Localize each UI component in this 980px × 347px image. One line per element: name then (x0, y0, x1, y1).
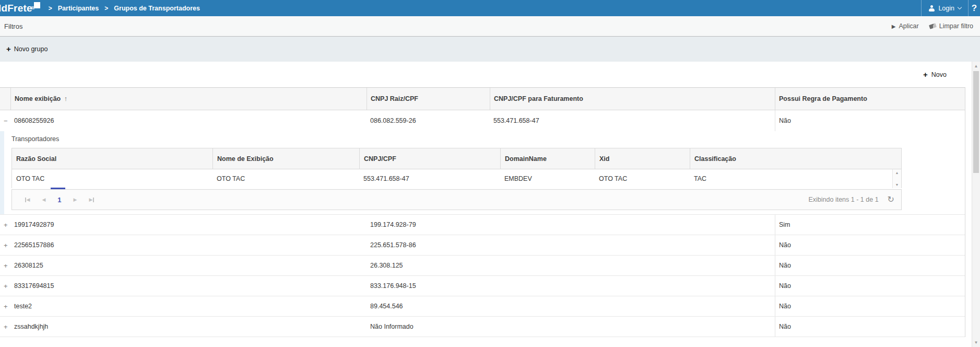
app-logo[interactable]: ldFrete (0, 1, 40, 16)
expander-column-header (0, 88, 10, 110)
cell-cnpj-raiz: Não Informado (367, 317, 490, 337)
subcolumn-domainname[interactable]: DomainName (500, 148, 595, 169)
play-icon: ▶ (892, 24, 896, 29)
row-detail-panel: Transportadores Razão Social Nome de Exi… (0, 131, 965, 215)
subgrid-scrollbar[interactable]: ▲ ▼ (892, 169, 901, 188)
subcell-cnpj-cpf: 553.471.658-47 (359, 169, 500, 188)
detail-left-strip (0, 131, 4, 214)
new-group-button[interactable]: + Novo grupo (6, 45, 48, 53)
cell-cnpj-raiz: 086.082.559-26 (367, 110, 490, 131)
cell-nome: 22565157886 (10, 235, 367, 255)
cell-possui-regra: Não (775, 317, 965, 337)
new-group-label: Novo grupo (14, 45, 48, 53)
help-button[interactable]: ? (969, 0, 980, 16)
filter-actions: ▶ Aplicar Limpar filtro (892, 22, 973, 30)
subcell-nome-exibicao: OTO TAC (212, 169, 359, 188)
cell-nome: 83317694815 (10, 276, 367, 296)
table-row[interactable]: − 08608255926 086.082.559-26 553.471.658… (0, 110, 965, 131)
expand-row-icon[interactable]: + (0, 256, 10, 275)
expand-row-icon[interactable]: + (0, 296, 10, 316)
next-page-button[interactable]: ▶ (74, 197, 77, 202)
table-row[interactable]: + 83317694815 833.176.948-15 Não (0, 276, 965, 296)
cell-cnpj-faturamento: 553.471.658-47 (490, 110, 775, 131)
filters-title: Filtros (4, 22, 22, 30)
chevron-down-icon (958, 5, 962, 9)
new-button[interactable]: + Novo (923, 71, 947, 78)
cell-possui-regra: Não (775, 256, 965, 275)
table-row[interactable]: + 19917492879 199.174.928-79 Sim (0, 215, 965, 235)
page-scrollbar[interactable]: ▲ ▼ (972, 62, 980, 347)
subcolumn-razao-social[interactable]: Razão Social (12, 148, 212, 169)
subcell-classificacao: TAC (690, 169, 893, 188)
expand-row-icon[interactable]: + (0, 317, 10, 337)
column-header-cnpj-faturamento[interactable]: CNPJ/CPF para Faturamento (490, 88, 775, 110)
breadcrumb-item-participantes[interactable]: Participantes (58, 5, 99, 12)
expand-row-icon[interactable]: + (0, 276, 10, 296)
clear-filter-label: Limpar filtro (939, 22, 973, 30)
subcolumn-cnpj-cpf[interactable]: CNPJ/CPF (359, 148, 500, 169)
scrollbar-down-icon[interactable]: ▼ (972, 340, 980, 345)
cell-cnpj-raiz: 199.174.928-79 (367, 215, 490, 235)
cell-cnpj-faturamento (490, 256, 775, 275)
last-page-arrow-icon: ▶ (89, 197, 93, 202)
apply-filter-button[interactable]: ▶ Aplicar (892, 22, 919, 30)
cell-cnpj-faturamento (490, 235, 775, 255)
column-header-nome-exibicao[interactable]: Nome exibição ↑ (10, 88, 367, 110)
cell-nome: 08608255926 (10, 110, 367, 131)
collapse-row-icon[interactable]: − (0, 110, 10, 131)
grid-toolbar: + Novo (0, 62, 965, 87)
table-row[interactable]: + zssahdkjhjh Não Informado Não (0, 317, 965, 337)
refresh-icon[interactable]: ↻ (888, 196, 894, 203)
next-page-arrow-icon: ▶ (74, 197, 77, 202)
page-number-button[interactable]: 1 (57, 196, 61, 204)
subcolumn-xid[interactable]: Xid (595, 148, 690, 169)
new-button-label: Novo (931, 71, 947, 78)
sort-ascending-icon: ↑ (64, 95, 67, 102)
breadcrumb: > Participantes > Grupos de Transportado… (49, 5, 200, 12)
expand-row-icon[interactable]: + (0, 215, 10, 235)
cell-cnpj-raiz: 89.454.546 (367, 296, 490, 316)
cell-possui-regra: Sim (775, 215, 965, 235)
plus-icon: + (923, 72, 928, 78)
top-navbar: ldFrete > Participantes > Grupos de Tran… (0, 0, 980, 16)
cell-cnpj-faturamento (490, 317, 775, 337)
user-icon (928, 5, 935, 11)
previous-page-button[interactable]: ◀ (42, 197, 45, 202)
cell-nome: teste2 (10, 296, 367, 316)
cell-possui-regra: Não (775, 276, 965, 296)
scroll-up-icon[interactable]: ▲ (895, 171, 899, 175)
first-page-arrow-icon: ◀ (27, 197, 30, 202)
clear-filter-button[interactable]: Limpar filtro (929, 22, 973, 30)
subcolumn-classificacao[interactable]: Classificação (690, 148, 893, 169)
pager-status-text: Exibindo itens 1 - 1 de 1 (808, 196, 878, 203)
first-page-button[interactable]: ◀ (25, 197, 30, 202)
grid-header-row: Nome exibição ↑ CNPJ Raiz/CPF CNPJ/CPF p… (0, 88, 965, 110)
subgrid-row[interactable]: OTO TAC OTO TAC 553.471.658-47 EMBDEV OT… (12, 169, 901, 188)
app-root: ldFrete > Participantes > Grupos de Tran… (0, 0, 980, 347)
login-label: Login (938, 5, 954, 12)
pager-controls: ◀ ◀ 1 ▶ ▶ (25, 196, 94, 204)
table-row[interactable]: + 26308125 26.308.125 Não (0, 256, 965, 276)
last-page-button[interactable]: ▶ (89, 197, 94, 202)
breadcrumb-item-grupos[interactable]: Grupos de Transportadores (114, 5, 200, 12)
subcell-xid: OTO TAC (595, 169, 690, 188)
expand-row-icon[interactable]: + (0, 235, 10, 255)
table-row[interactable]: + teste2 89.454.546 Não (0, 296, 965, 317)
scroll-down-icon[interactable]: ▼ (895, 183, 899, 187)
column-header-cnpj-raiz[interactable]: CNPJ Raiz/CPF (367, 88, 490, 110)
subcolumn-nome-exibicao[interactable]: Nome de Exibição (212, 148, 359, 169)
table-row[interactable]: + 22565157886 225.651.578-86 Não (0, 235, 965, 256)
breadcrumb-chevron-icon: > (49, 5, 52, 12)
filter-bar: Filtros ▶ Aplicar Limpar filtro (0, 16, 980, 37)
groups-grid: Nome exibição ↑ CNPJ Raiz/CPF CNPJ/CPF p… (0, 87, 965, 337)
subcell-domainname: EMBDEV (500, 169, 595, 188)
transportadores-grid: Razão Social Nome de Exibição CNPJ/CPF D… (11, 148, 902, 188)
topbar-right: Login ? (921, 0, 980, 16)
column-header-possui-regra[interactable]: Possui Regra de Pagamento (775, 88, 965, 110)
subgrid-pager: ◀ ◀ 1 ▶ ▶ Exibindo itens 1 - 1 de 1 (11, 189, 902, 210)
scrollbar-thumb[interactable] (973, 71, 979, 173)
first-page-bar-icon (25, 198, 26, 202)
login-menu[interactable]: Login (922, 0, 968, 16)
detail-title: Transportadores (11, 135, 59, 143)
scrollbar-up-icon[interactable]: ▲ (972, 64, 980, 68)
